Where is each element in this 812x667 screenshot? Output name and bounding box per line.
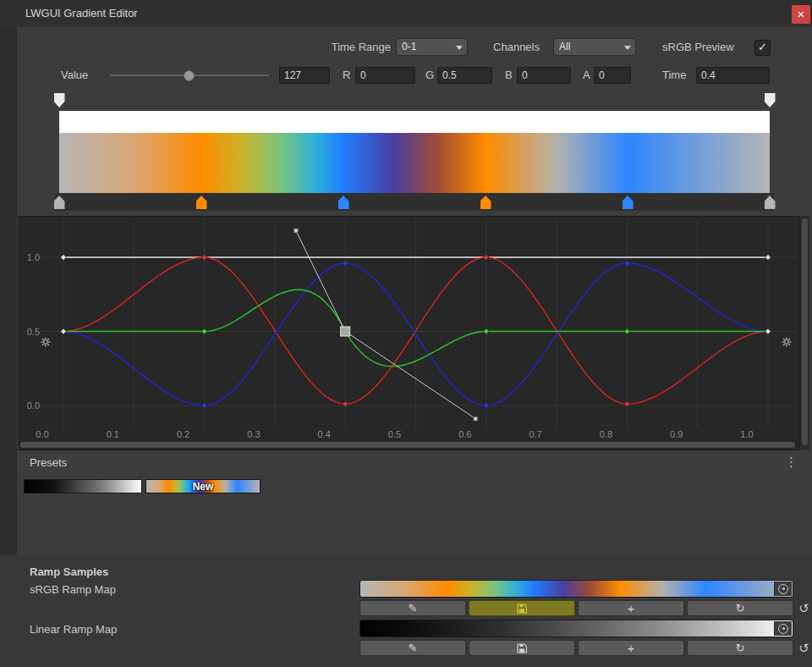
value-label: Value bbox=[61, 69, 88, 82]
save-icon bbox=[517, 643, 527, 653]
curve-key bbox=[483, 328, 489, 334]
curve-key bbox=[765, 328, 771, 334]
curve-key bbox=[343, 261, 348, 267]
curve-settings-gear-icon bbox=[782, 337, 791, 346]
linear-ramp-save-button[interactable] bbox=[469, 640, 575, 656]
presets-title: Presets bbox=[30, 456, 67, 470]
curve-key bbox=[765, 255, 771, 261]
save-icon bbox=[517, 604, 527, 614]
value-field[interactable] bbox=[279, 67, 330, 84]
gradient-color-key[interactable] bbox=[196, 196, 207, 209]
curve-key bbox=[624, 401, 630, 407]
selected-curve-key bbox=[341, 327, 350, 336]
time-range-label: Time Range bbox=[311, 41, 391, 54]
color-key-row[interactable] bbox=[59, 196, 770, 209]
srgb-ramp-refresh-button[interactable]: ↻ bbox=[687, 600, 793, 616]
x-axis-tick-label: 0.9 bbox=[670, 429, 683, 439]
window-titlebar[interactable]: LWGUI Gradient Editor × bbox=[0, 0, 812, 28]
b-field[interactable] bbox=[517, 67, 571, 84]
object-picker-button[interactable] bbox=[774, 582, 792, 596]
curve-key bbox=[343, 401, 348, 407]
curve-key bbox=[483, 255, 489, 261]
channels-value: All bbox=[559, 41, 570, 52]
presets-menu-icon[interactable]: ⋮ bbox=[785, 455, 798, 470]
curve-vscrollbar-thumb[interactable] bbox=[802, 218, 808, 445]
alpha-preview-strip[interactable] bbox=[59, 111, 770, 133]
y-axis-tick-label: 0.0 bbox=[27, 400, 40, 411]
a-label: A bbox=[583, 69, 590, 82]
curve-key bbox=[201, 328, 207, 334]
curve-key bbox=[201, 403, 207, 409]
g-field[interactable] bbox=[437, 67, 492, 84]
linear-ramp-undo-icon[interactable]: ↺ bbox=[797, 641, 811, 655]
object-picker-button[interactable] bbox=[774, 621, 792, 636]
srgb-ramp-undo-icon[interactable]: ↺ bbox=[797, 601, 811, 615]
x-axis-tick-label: 0.7 bbox=[529, 429, 541, 439]
linear-ramp-edit-button[interactable]: ✎ bbox=[359, 640, 466, 656]
curve-key bbox=[201, 255, 207, 261]
tangent-handle bbox=[474, 416, 478, 421]
curve-key bbox=[61, 328, 67, 334]
chevron-down-icon bbox=[456, 46, 463, 50]
time-range-dropdown[interactable]: 0-1 bbox=[396, 38, 468, 56]
curve-hscrollbar[interactable] bbox=[19, 441, 797, 449]
curve-canvas[interactable]: 0.00.10.20.30.40.50.60.70.80.91.01.00.50… bbox=[18, 217, 799, 451]
y-axis-tick-label: 0.5 bbox=[27, 327, 40, 337]
curve-editor-panel: 0.00.10.20.30.40.50.60.70.80.91.01.00.50… bbox=[18, 216, 799, 450]
presets-header: Presets ⋮ bbox=[17, 451, 812, 474]
linear-ramp-refresh-button[interactable]: ↻ bbox=[687, 640, 793, 656]
x-axis-tick-label: 0.2 bbox=[177, 429, 189, 439]
linear-ramp-add-button[interactable]: + bbox=[578, 640, 684, 656]
r-field[interactable] bbox=[355, 67, 415, 84]
object-picker-icon bbox=[778, 584, 788, 594]
curve-hscrollbar-thumb[interactable] bbox=[20, 442, 795, 448]
chevron-down-icon bbox=[624, 46, 631, 50]
srgb-ramp-save-button[interactable] bbox=[469, 600, 575, 616]
lwgui-gradient-editor-window: { "window": { "title": "LWGUI Gradient E… bbox=[0, 0, 812, 667]
window-title: LWGUI Gradient Editor bbox=[25, 7, 138, 20]
srgb-ramp-label: sRGB Ramp Map bbox=[30, 583, 116, 597]
curve-key bbox=[624, 261, 630, 267]
refresh-icon: ↻ bbox=[736, 642, 745, 654]
r-label: R bbox=[343, 69, 350, 82]
srgb-ramp-field[interactable] bbox=[359, 580, 793, 598]
time-label: Time bbox=[662, 69, 686, 82]
preset-swatch-default[interactable] bbox=[24, 479, 142, 493]
refresh-icon: ↻ bbox=[736, 602, 745, 615]
preset-swatch-label bbox=[25, 480, 141, 493]
x-axis-tick-label: 0.6 bbox=[458, 429, 471, 439]
x-axis-tick-label: 0.0 bbox=[36, 429, 48, 439]
gradient-color-key[interactable] bbox=[480, 196, 491, 209]
srgb-ramp-add-button[interactable]: + bbox=[578, 600, 684, 616]
gradient-color-key[interactable] bbox=[338, 196, 349, 209]
plus-icon: + bbox=[628, 641, 635, 655]
object-picker-icon bbox=[778, 624, 788, 634]
time-field[interactable] bbox=[696, 67, 770, 84]
curve-vscrollbar[interactable] bbox=[799, 216, 809, 450]
alpha-key-row[interactable] bbox=[59, 93, 770, 108]
ramp-samples-title: Ramp Samples bbox=[30, 565, 108, 579]
preset-swatch-new[interactable]: New bbox=[145, 479, 261, 493]
g-label: G bbox=[425, 69, 434, 82]
value-slider-thumb[interactable] bbox=[184, 70, 195, 81]
pencil-icon: ✎ bbox=[409, 642, 418, 654]
linear-ramp-field[interactable] bbox=[359, 620, 793, 637]
channels-dropdown[interactable]: All bbox=[553, 38, 636, 56]
plus-icon: + bbox=[628, 601, 635, 615]
gradient-color-key[interactable] bbox=[623, 196, 634, 209]
curve-key bbox=[61, 255, 67, 261]
y-axis-tick-label: 1.0 bbox=[27, 252, 40, 262]
tangent-handle bbox=[294, 229, 298, 233]
srgb-preview-label: sRGB Preview bbox=[662, 41, 734, 54]
srgb-ramp-edit-button[interactable]: ✎ bbox=[359, 600, 466, 616]
srgb-preview-checkbox[interactable]: ✓ bbox=[754, 40, 771, 56]
gradient-preview-strip[interactable] bbox=[59, 133, 770, 193]
window-left-margin bbox=[0, 27, 17, 554]
curve-key bbox=[483, 403, 489, 409]
x-axis-tick-label: 0.8 bbox=[600, 429, 612, 439]
x-axis-tick-label: 0.3 bbox=[247, 429, 260, 439]
a-field[interactable] bbox=[594, 67, 631, 84]
channels-label: Channels bbox=[484, 41, 540, 54]
time-range-value: 0-1 bbox=[402, 41, 416, 52]
close-button[interactable]: × bbox=[792, 5, 810, 24]
